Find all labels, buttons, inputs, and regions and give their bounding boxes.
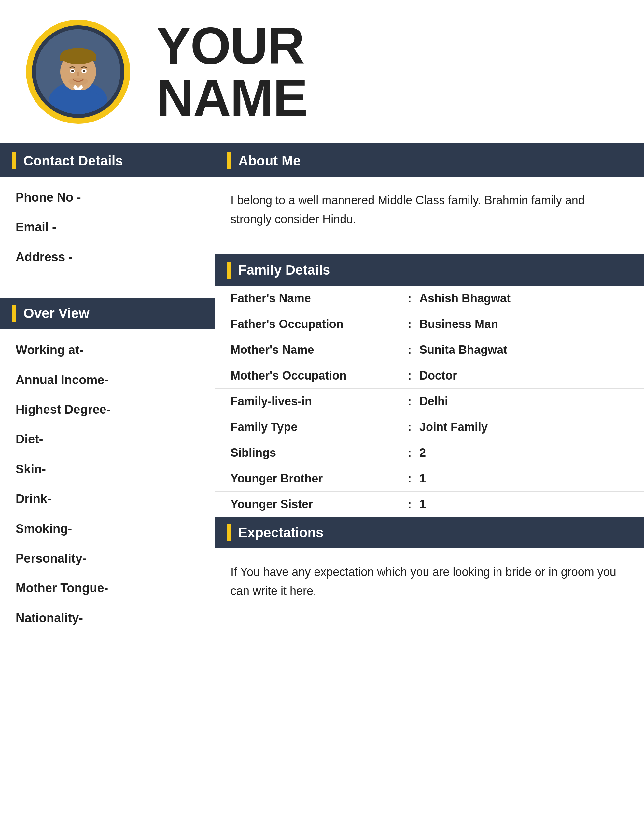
svg-point-10 bbox=[68, 78, 88, 86]
sidebar: Contact Details Phone No - Email - Addre… bbox=[0, 145, 215, 829]
table-row: Mother's Name : Sunita Bhagwat bbox=[215, 337, 644, 363]
personality-field: Personality- bbox=[16, 551, 199, 567]
family-lives-in-value: Delhi bbox=[420, 394, 628, 408]
contact-details-header: Contact Details bbox=[0, 145, 215, 176]
table-row: Younger Brother : 1 bbox=[215, 466, 644, 491]
expectations-text: If You have any expectation which you ar… bbox=[215, 548, 644, 620]
about-me-text: I belong to a well mannered Middle Class… bbox=[215, 176, 644, 254]
smoking-field: Smoking- bbox=[16, 521, 199, 537]
right-content: About Me I belong to a well mannered Mid… bbox=[215, 145, 644, 829]
about-me-header: About Me bbox=[215, 145, 644, 176]
income-field: Annual Income- bbox=[16, 372, 199, 388]
expectations-label: Expectations bbox=[238, 525, 323, 540]
colon-2: : bbox=[400, 343, 420, 357]
header-section: YOUR NAME bbox=[0, 0, 644, 143]
photo-inner bbox=[36, 29, 121, 114]
table-row: Family Type : Joint Family bbox=[215, 414, 644, 440]
contact-details-label: Contact Details bbox=[23, 153, 123, 169]
photo-container bbox=[26, 19, 130, 124]
table-row: Family-lives-in : Delhi bbox=[215, 389, 644, 414]
family-type-label: Family Type bbox=[231, 420, 400, 434]
svg-point-7 bbox=[71, 70, 74, 72]
table-row: Father's Occupation : Business Man bbox=[215, 312, 644, 337]
table-row: Younger Sister : 1 bbox=[215, 491, 644, 517]
younger-sister-value: 1 bbox=[420, 498, 628, 511]
colon-1: : bbox=[400, 317, 420, 331]
family-lives-in-label: Family-lives-in bbox=[231, 394, 400, 408]
svg-rect-5 bbox=[60, 56, 96, 61]
younger-brother-value: 1 bbox=[420, 472, 628, 485]
about-me-label: About Me bbox=[238, 153, 300, 169]
name-line2: NAME bbox=[156, 72, 307, 124]
name-block: YOUR NAME bbox=[156, 19, 307, 124]
expectations-header: Expectations bbox=[215, 517, 644, 548]
working-field: Working at- bbox=[16, 342, 199, 358]
fathers-occupation-value: Business Man bbox=[420, 317, 628, 331]
table-row: Siblings : 2 bbox=[215, 440, 644, 466]
address-field: Address - bbox=[16, 249, 199, 265]
family-type-value: Joint Family bbox=[420, 420, 628, 434]
fathers-name-label: Father's Name bbox=[231, 292, 400, 305]
colon-5: : bbox=[400, 420, 420, 434]
table-row: Father's Name : Ashish Bhagwat bbox=[215, 286, 644, 312]
diet-field: Diet- bbox=[16, 432, 199, 447]
colon-8: : bbox=[400, 498, 420, 511]
younger-sister-label: Younger Sister bbox=[231, 498, 400, 511]
colon-7: : bbox=[400, 472, 420, 485]
family-details-header: Family Details bbox=[215, 254, 644, 286]
colon-4: : bbox=[400, 394, 420, 408]
skin-field: Skin- bbox=[16, 461, 199, 477]
overview-header: Over View bbox=[0, 298, 215, 329]
mothers-name-value: Sunita Bhagwat bbox=[420, 343, 628, 357]
sidebar-gap-1 bbox=[0, 278, 215, 298]
family-details-label: Family Details bbox=[238, 262, 330, 278]
younger-brother-label: Younger Brother bbox=[231, 472, 400, 485]
siblings-label: Siblings bbox=[231, 446, 400, 460]
nationality-field: Nationality- bbox=[16, 610, 199, 626]
mothers-name-label: Mother's Name bbox=[231, 343, 400, 357]
family-table: Father's Name : Ashish Bhagwat Father's … bbox=[215, 286, 644, 517]
main-content: Contact Details Phone No - Email - Addre… bbox=[0, 145, 644, 829]
degree-field: Highest Degree- bbox=[16, 402, 199, 418]
fathers-occupation-label: Father's Occupation bbox=[231, 317, 400, 331]
mothers-occupation-label: Mother's Occupation bbox=[231, 369, 400, 383]
mothers-occupation-value: Doctor bbox=[420, 369, 628, 383]
colon-0: : bbox=[400, 292, 420, 305]
email-field: Email - bbox=[16, 219, 199, 235]
svg-point-9 bbox=[83, 70, 85, 72]
name-line1: YOUR bbox=[156, 19, 307, 72]
colon-3: : bbox=[400, 369, 420, 383]
colon-6: : bbox=[400, 446, 420, 460]
fathers-name-value: Ashish Bhagwat bbox=[420, 292, 628, 305]
profile-photo-svg bbox=[36, 29, 121, 114]
mother-tongue-field: Mother Tongue- bbox=[16, 580, 199, 596]
contact-fields: Phone No - Email - Address - bbox=[0, 176, 215, 278]
phone-field: Phone No - bbox=[16, 190, 199, 205]
drink-field: Drink- bbox=[16, 491, 199, 507]
siblings-value: 2 bbox=[420, 446, 628, 460]
table-row: Mother's Occupation : Doctor bbox=[215, 363, 644, 389]
overview-fields: Working at- Annual Income- Highest Degre… bbox=[0, 329, 215, 639]
overview-label: Over View bbox=[23, 305, 89, 321]
